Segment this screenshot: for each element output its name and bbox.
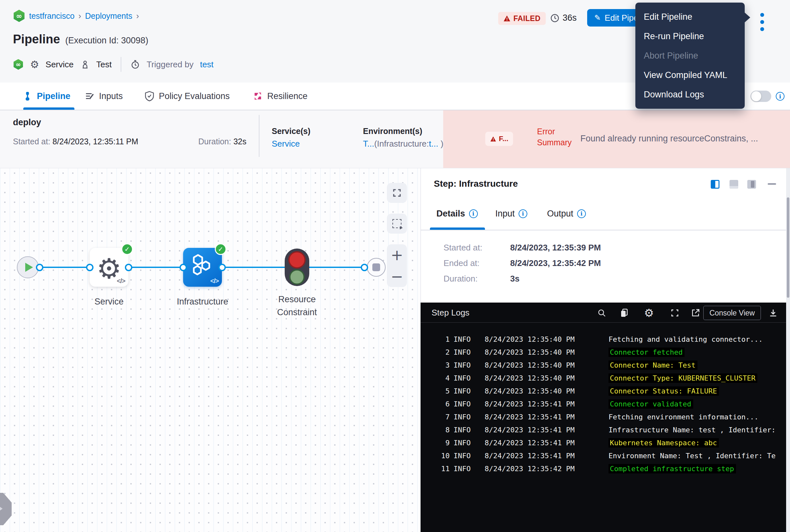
tab-details[interactable]: Details: [437, 197, 478, 230]
traffic-light-red: [288, 251, 306, 269]
layout-right-panel-button[interactable]: [747, 180, 756, 189]
log-line: 8INFO8/24/2023 12:35:41 PMInfrastructure…: [421, 423, 790, 436]
detail-row-duration: Duration: 3s: [421, 274, 777, 285]
test-meta-label[interactable]: Test: [96, 59, 112, 70]
success-check-icon: ✓: [215, 243, 227, 255]
tabbar-info-icon[interactable]: [776, 92, 785, 101]
step-details-panel: Step: Infrastructure Details Input Outpu…: [421, 168, 790, 303]
detail-row-ended: Ended at: 8/24/2023, 12:35:42 PM: [421, 258, 777, 269]
services-value-link[interactable]: Service: [272, 139, 300, 149]
canvas-zoom-controls: + −: [387, 244, 407, 287]
breadcrumb-project-link[interactable]: testfrancisco: [29, 11, 74, 21]
download-logs-button[interactable]: [767, 307, 779, 319]
log-line: 9INFO8/24/2023 12:35:41 PMKubernetes Nam…: [421, 436, 790, 449]
tab-inputs[interactable]: Inputs: [85, 82, 123, 110]
node-port: [179, 264, 187, 271]
log-line: 2INFO8/24/2023 12:35:40 PMConnector fetc…: [421, 346, 790, 359]
tab-resilience[interactable]: Resilience: [253, 82, 308, 110]
copy-logs-button[interactable]: [619, 307, 630, 319]
resilience-icon: [253, 91, 263, 101]
canvas-fullscreen-button[interactable]: [387, 183, 407, 203]
clock-icon: [550, 13, 560, 23]
step-panel-title: Step: Infrastructure: [434, 178, 518, 189]
tab-output[interactable]: Output: [547, 197, 586, 230]
node-port: [361, 264, 368, 271]
log-line: 6INFO8/24/2023 12:35:41 PMConnector vali…: [421, 397, 790, 410]
tab-policy-evaluations[interactable]: Policy Evaluations: [144, 82, 230, 110]
collapse-panel-button[interactable]: [768, 183, 776, 185]
layout-split-horizontal-button[interactable]: [730, 180, 738, 189]
node-port: [125, 264, 132, 271]
log-line: 11INFO8/24/2023 12:35:42 PMCompleted inf…: [421, 462, 790, 475]
more-options-kebab-menu[interactable]: [759, 12, 766, 32]
stage-summary-bar: deploy Started at: 8/24/2023, 12:35:11 P…: [0, 110, 790, 168]
log-line: 4INFO8/24/2023 12:35:40 PMConnector Type…: [421, 372, 790, 384]
menu-item-rerun-pipeline[interactable]: Re-run Pipeline: [635, 26, 745, 46]
log-settings-button[interactable]: ⚙: [643, 307, 655, 319]
stage-name[interactable]: deploy: [13, 117, 41, 128]
breadcrumb-deployments-link[interactable]: Deployments: [85, 11, 132, 21]
scrollbar-thumb[interactable]: [787, 197, 789, 298]
step-logs-console: Step Logs ⚙ Console View 1INFO8/24/2023 …: [421, 303, 790, 532]
node-label-resource-constraint: Resource Constraint: [268, 293, 326, 319]
menu-item-view-compiled-yaml[interactable]: View Compiled YAML: [635, 65, 745, 85]
info-icon[interactable]: [469, 209, 478, 218]
pipeline-graph-canvas[interactable]: ✓ ⚙ </> ✓ </> Service Infrastructure: [0, 168, 421, 532]
breadcrumb: ∞ testfrancisco › Deployments ›: [13, 10, 139, 22]
triggered-by-user-link[interactable]: test: [200, 59, 213, 70]
view-toggle-switch[interactable]: [751, 91, 771, 102]
info-icon[interactable]: [519, 209, 527, 218]
tab-input[interactable]: Input: [495, 197, 527, 230]
node-resource-constraint[interactable]: [285, 248, 309, 286]
menu-item-download-logs[interactable]: Download Logs: [635, 85, 745, 104]
canvas-select-button[interactable]: [387, 213, 407, 234]
execution-id: (Execution Id: 30098): [65, 36, 149, 45]
info-icon[interactable]: [577, 209, 586, 218]
node-label-infrastructure: Infrastructure: [170, 295, 235, 308]
code-icon: </>: [117, 277, 125, 285]
status-badge: FAILED: [498, 12, 546, 25]
stage-error-strip: F... Error Summary Found already running…: [443, 110, 790, 168]
page-title: Pipeline: [13, 32, 60, 46]
copy-icon: [619, 308, 629, 318]
node-infrastructure[interactable]: ✓ </>: [183, 248, 222, 287]
tab-pipeline[interactable]: Pipeline: [23, 82, 71, 110]
service-meta-label[interactable]: Service: [45, 59, 74, 70]
harness-icon: ∞: [13, 59, 24, 70]
log-search-button[interactable]: [596, 307, 608, 319]
environments-label: Environment(s): [363, 127, 422, 136]
stop-icon: [372, 263, 380, 271]
layout-split-vertical-button[interactable]: [711, 180, 719, 189]
zoom-in-button[interactable]: +: [391, 248, 403, 263]
fullscreen-icon: [670, 308, 679, 318]
page-scrollbar: [786, 168, 790, 532]
stopwatch-icon: [130, 59, 140, 69]
environments-value[interactable]: T...(Infrastructure:t... ): [363, 139, 444, 149]
run-duration: 36s: [550, 13, 577, 23]
zoom-out-button[interactable]: −: [391, 269, 403, 284]
edge-service-infra: [129, 267, 183, 268]
expand-left-panel-button[interactable]: [0, 493, 12, 525]
log-line: 7INFO8/24/2023 12:35:41 PMFetching envir…: [421, 410, 790, 423]
shield-check-icon: [144, 91, 154, 101]
open-logs-new-tab-button[interactable]: [690, 307, 701, 319]
log-lines: 1INFO8/24/2023 12:35:40 PMFetching and v…: [421, 323, 790, 532]
triggered-by-label: Triggered by: [147, 59, 193, 70]
active-tab-underline: [23, 108, 74, 110]
stage-failed-badge: F...: [485, 132, 513, 146]
page-title-row: Pipeline (Execution Id: 30098): [13, 32, 148, 46]
traffic-light-green: [289, 269, 305, 285]
error-summary-label: Error Summary: [537, 126, 572, 148]
code-icon: </>: [210, 277, 219, 285]
log-line: 3INFO8/24/2023 12:35:40 PMConnector Name…: [421, 359, 790, 372]
node-port: [86, 264, 94, 271]
menu-item-abort-pipeline: Abort Pipeline: [635, 46, 745, 65]
meta-divider: [121, 57, 121, 72]
node-service[interactable]: ✓ ⚙ </>: [90, 248, 129, 287]
console-view-button[interactable]: Console View: [703, 306, 761, 320]
node-port: [36, 264, 43, 271]
external-link-icon: [691, 308, 700, 318]
menu-item-edit-pipeline[interactable]: Edit Pipeline: [635, 7, 745, 26]
log-fullscreen-button[interactable]: [669, 307, 681, 319]
marquee-icon: [392, 219, 402, 228]
